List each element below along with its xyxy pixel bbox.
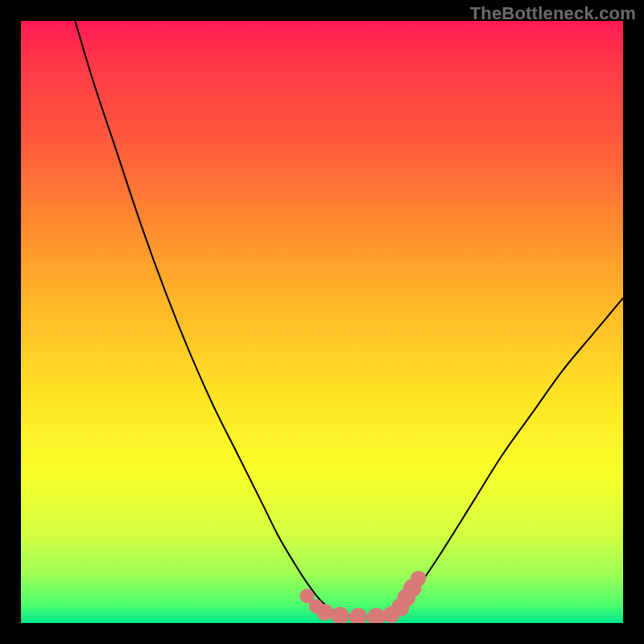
chart-frame: TheBottleneck.com (0, 0, 644, 644)
plot-area (21, 21, 623, 623)
marker-dot (316, 604, 333, 621)
curve-group (75, 21, 623, 617)
marker-group (299, 571, 426, 623)
bottleneck-curve (75, 21, 623, 617)
chart-svg (21, 21, 623, 623)
marker-dot (367, 608, 385, 623)
marker-dot (349, 608, 367, 623)
marker-dot (411, 571, 426, 586)
marker-dot (331, 607, 349, 623)
